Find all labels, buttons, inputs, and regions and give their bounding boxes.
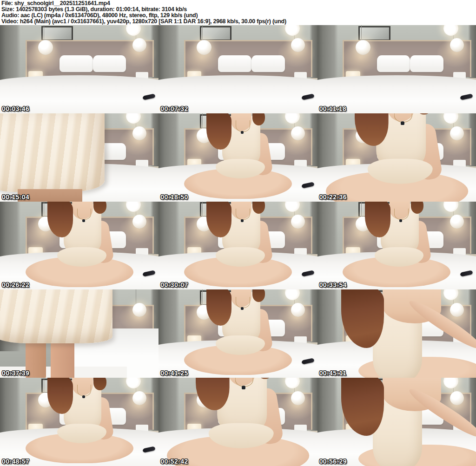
fabric-closeup [0, 113, 105, 192]
thumbnail-scene [317, 378, 476, 466]
timestamp-overlay: 00:37:39 [2, 369, 29, 377]
thumbnail-scene [317, 25, 476, 113]
figure-hair [206, 202, 232, 238]
video-thumbnail: 00:07:32 [159, 25, 317, 113]
video-thumbnail: 00:22:36 [317, 113, 476, 202]
thumbnail-scene [0, 202, 159, 290]
figure-hair [341, 289, 384, 348]
video-thumbnail: 00:52:42 [159, 378, 317, 466]
figure-hair [365, 202, 390, 238]
video-thumbnail: 00:41:25 [159, 289, 317, 378]
picture-frame [200, 26, 231, 41]
timestamp-overlay: 00:18:50 [160, 193, 188, 201]
thumbnail-scene [159, 25, 317, 113]
figure-silhouette [0, 378, 159, 466]
scene-layer [236, 297, 250, 308]
thumbnail-grid: 00:03:4600:07:3200:11:1800:15:0400:18:50… [0, 25, 476, 466]
scene-layer [236, 120, 250, 132]
pillow [251, 55, 285, 72]
thumbnail-scene [159, 113, 317, 202]
pendant-lamp-icon [356, 40, 370, 55]
video-thumbnail: 00:56:29 [317, 378, 476, 466]
scene-layer [241, 307, 244, 310]
thumbnail-scene [317, 202, 476, 290]
video-thumbnail: 00:15:04 [0, 113, 159, 202]
timestamp-overlay: 00:03:46 [2, 105, 29, 112]
video-thumbnail: 00:30:07 [159, 202, 317, 290]
video-thumbnail: 00:11:18 [317, 25, 476, 113]
timestamp-overlay: 00:07:32 [160, 105, 188, 112]
scene-layer [82, 395, 85, 398]
thumbnail-scene [159, 289, 317, 378]
thumbnail-scene [0, 25, 159, 113]
thumbnail-scene [0, 378, 159, 466]
scene-layer [51, 339, 74, 378]
scene-layer [411, 202, 423, 214]
timestamp-overlay: 00:56:29 [319, 458, 347, 465]
figure-hair [206, 289, 232, 326]
thumbnail-scene [317, 113, 476, 202]
thumbnail-scene [159, 202, 317, 290]
video-thumbnail: 00:18:50 [159, 113, 317, 202]
pendant-lamp-icon [38, 40, 53, 55]
timestamp-overlay: 00:26:22 [2, 281, 29, 289]
video-thumbnail: 00:45:11 [317, 289, 476, 378]
figure-silhouette [317, 202, 476, 290]
pendant-lamp-icon [450, 38, 464, 52]
fabric-closeup [0, 289, 112, 343]
timestamp-overlay: 00:30:07 [160, 281, 188, 289]
scene-layer [93, 378, 106, 390]
pillow [93, 55, 126, 72]
figure-silhouette [159, 113, 317, 202]
pillow [218, 55, 251, 72]
figure-silhouette [0, 202, 159, 290]
scene-layer [236, 209, 250, 220]
pillow [377, 55, 410, 72]
thumbnail-scene [0, 289, 159, 378]
figure-hair [206, 113, 232, 150]
video-thumbnail: 00:48:57 [0, 378, 159, 466]
thumbnail-scene [317, 289, 476, 378]
thumbnail-scene [0, 113, 159, 202]
pillow [410, 55, 443, 72]
timestamp-overlay: 00:52:42 [160, 458, 188, 465]
scene-layer [82, 219, 85, 222]
figure-hair [47, 202, 73, 238]
video-info-line: Video: h264 (Main) (avc1 / 0x31637661), … [1, 19, 476, 25]
timestamp-overlay: 00:15:04 [2, 193, 29, 201]
video-thumbnail: 00:03:46 [0, 25, 159, 113]
figure-silhouette [317, 289, 476, 378]
scene-layer [241, 131, 244, 134]
pendant-lamp-icon [132, 303, 146, 317]
scene-layer [400, 121, 404, 125]
timestamp-overlay: 00:48:57 [2, 458, 29, 465]
timestamp-overlay: 00:11:18 [319, 105, 346, 112]
picture-frame [41, 26, 73, 41]
scene-layer [399, 219, 402, 222]
video-thumbnail: 00:37:39 [0, 289, 159, 378]
pillow [60, 55, 93, 72]
scene-layer [77, 385, 92, 396]
scene-layer [93, 202, 106, 214]
timestamp-overlay: 00:41:25 [160, 369, 188, 377]
scene-layer [242, 386, 245, 389]
timestamp-overlay: 00:33:54 [319, 281, 347, 289]
video-thumbnail: 00:33:54 [317, 202, 476, 290]
figure-silhouette [159, 289, 317, 378]
video-thumbnail: 00:26:22 [0, 202, 159, 290]
file-info-header: File: shy_schoolgirl__202511251641.mp4 S… [0, 0, 476, 25]
scene-layer [241, 219, 244, 222]
scene-layer [252, 289, 265, 302]
figure-hair [47, 378, 73, 414]
figure-silhouette [317, 113, 476, 202]
figure-silhouette [159, 378, 317, 466]
figure-silhouette [317, 378, 476, 466]
contact-sheet: File: shy_schoolgirl__202511251641.mp4 S… [0, 0, 476, 466]
timestamp-overlay: 00:22:36 [319, 193, 347, 201]
figure-silhouette [159, 202, 317, 290]
figure-hair [341, 378, 384, 436]
timestamp-overlay: 00:45:11 [319, 369, 346, 377]
scene-layer [252, 202, 265, 214]
picture-frame [358, 26, 390, 41]
thumbnail-scene [159, 378, 317, 466]
